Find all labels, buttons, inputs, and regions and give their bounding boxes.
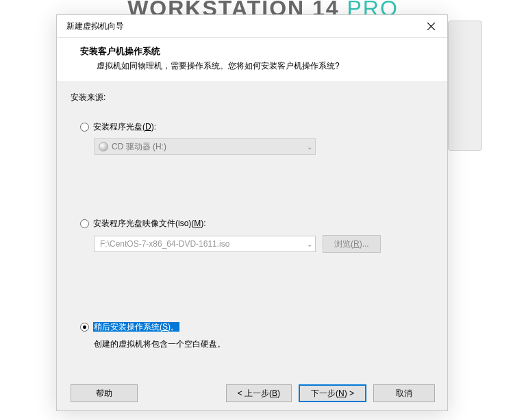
header-subtitle: 虚拟机如同物理机，需要操作系统。您将如何安装客户机操作系统? xyxy=(73,60,431,72)
radio-icon xyxy=(80,219,89,228)
titlebar: 新建虚拟机向导 xyxy=(57,15,447,38)
background-panel xyxy=(448,21,482,151)
browse-button[interactable]: 浏览(R)... xyxy=(323,235,381,253)
close-icon xyxy=(427,23,435,30)
iso-row: F:\CentOS-7-x86_64-DVD-1611.iso ⌄ 浏览(R).… xyxy=(94,235,435,253)
cancel-button[interactable]: 取消 xyxy=(373,384,435,402)
option-iso-file: 安装程序光盘映像文件(iso)(M): F:\CentOS-7-x86_64-D… xyxy=(80,218,435,253)
help-button[interactable]: 帮助 xyxy=(71,384,138,402)
install-later-hint: 创建的虚拟机将包含一个空白硬盘。 xyxy=(94,338,435,350)
next-button[interactable]: 下一步(N) > xyxy=(299,384,366,402)
radio-icon xyxy=(80,323,89,332)
option-installer-disc: 安装程序光盘(D): CD 驱动器 (H:) ⌄ xyxy=(80,121,435,155)
chevron-down-icon: ⌄ xyxy=(307,240,312,248)
option-install-later: 稍后安装操作系统(S)。 创建的虚拟机将包含一个空白硬盘。 xyxy=(80,321,435,350)
radio-install-later[interactable]: 稍后安装操作系统(S)。 xyxy=(80,321,435,333)
radio-installer-disc[interactable]: 安装程序光盘(D): xyxy=(80,121,435,133)
disc-icon xyxy=(99,142,108,151)
chevron-down-icon: ⌄ xyxy=(307,143,312,151)
button-bar: 帮助 < 上一步(B) 下一步(N) > 取消 xyxy=(57,378,447,410)
wizard-body: 安装来源: 安装程序光盘(D): CD 驱动器 (H:) ⌄ 安装程序光盘映像文… xyxy=(57,82,447,410)
dropdown-value: CD 驱动器 (H:) xyxy=(112,141,166,153)
radio-label: 稍后安装操作系统(S)。 xyxy=(93,321,179,333)
radio-label: 安装程序光盘映像文件(iso)(M): xyxy=(93,218,206,230)
header-title: 安装客户机操作系统 xyxy=(73,46,431,58)
radio-label: 安装程序光盘(D): xyxy=(93,121,156,133)
wizard-dialog: 新建虚拟机向导 安装客户机操作系统 虚拟机如同物理机，需要操作系统。您将如何安装… xyxy=(56,14,448,411)
iso-path-combo[interactable]: F:\CentOS-7-x86_64-DVD-1611.iso ⌄ xyxy=(94,236,316,252)
radio-icon xyxy=(80,123,89,132)
radio-iso-file[interactable]: 安装程序光盘映像文件(iso)(M): xyxy=(80,218,435,230)
back-button[interactable]: < 上一步(B) xyxy=(226,384,292,402)
iso-path-value: F:\CentOS-7-x86_64-DVD-1611.iso xyxy=(100,239,229,249)
wizard-header: 安装客户机操作系统 虚拟机如同物理机，需要操作系统。您将如何安装客户机操作系统? xyxy=(57,38,447,82)
close-button[interactable] xyxy=(417,16,444,36)
source-label: 安装来源: xyxy=(71,92,435,103)
dialog-title: 新建虚拟机向导 xyxy=(66,21,124,32)
disc-drive-dropdown[interactable]: CD 驱动器 (H:) ⌄ xyxy=(94,138,316,155)
